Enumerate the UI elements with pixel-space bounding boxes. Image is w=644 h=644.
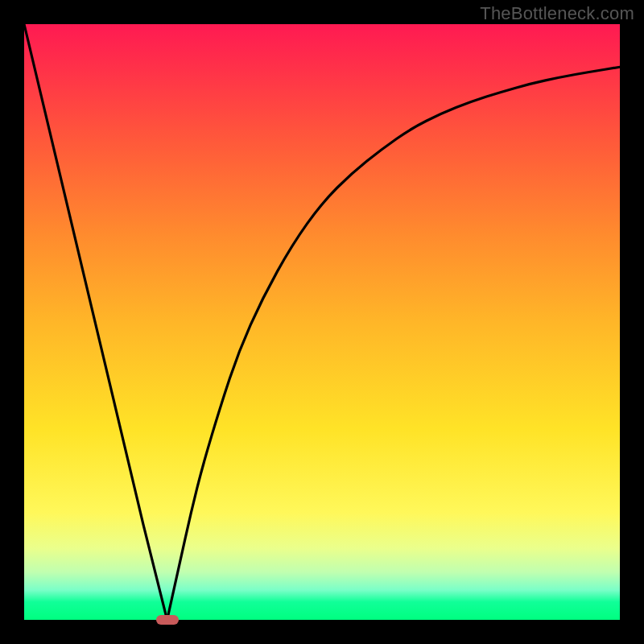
minimum-marker: [156, 615, 179, 625]
curve-right-branch: [167, 67, 620, 620]
bottleneck-curve: [24, 24, 620, 620]
chart-frame: TheBottleneck.com: [0, 0, 644, 644]
plot-outer: [24, 24, 620, 620]
watermark-label: TheBottleneck.com: [480, 3, 634, 24]
curve-left-branch: [24, 24, 167, 620]
